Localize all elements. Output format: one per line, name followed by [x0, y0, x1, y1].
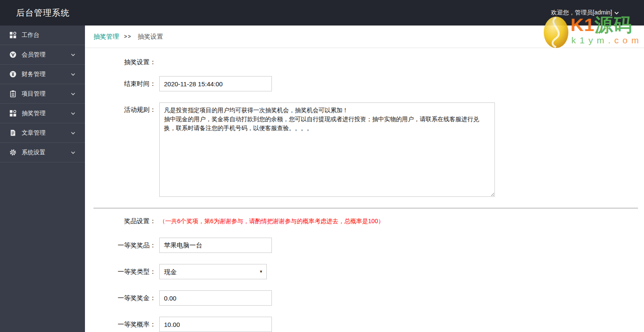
chevron-down-icon — [71, 52, 76, 57]
sidebar-item-label: 会员管理 — [22, 51, 45, 59]
first-prize-type-select[interactable]: 现金 ▼ — [159, 264, 267, 279]
end-time-input[interactable] — [159, 76, 272, 91]
sidebar-item-label: 工作台 — [22, 31, 40, 39]
settings-icon — [9, 149, 17, 156]
breadcrumb-current: 抽奖设置 — [138, 33, 163, 41]
chevron-down-icon — [71, 91, 76, 96]
sidebar-item-settings[interactable]: 系统设置 — [0, 143, 85, 162]
welcome-text: 欢迎您，管理员[admin] — [551, 9, 612, 17]
first-prize-money-input[interactable] — [159, 290, 272, 306]
sidebar-item-members[interactable]: 会员管理 — [0, 45, 85, 65]
rules-label: 活动规则： — [85, 102, 159, 114]
chevron-down-icon — [71, 150, 76, 155]
breadcrumb-separator: >> — [124, 34, 132, 40]
article-icon — [9, 129, 17, 136]
sidebar-item-workbench[interactable]: 工作台 — [0, 26, 85, 45]
project-icon — [9, 90, 17, 97]
sidebar-item-projects[interactable]: 项目管理 — [0, 84, 85, 104]
section-title-lottery-settings: 抽奖设置： — [85, 58, 159, 66]
end-time-label: 结束时间： — [85, 76, 159, 91]
sidebar-nav: 工作台 会员管理 财务管理 — [0, 26, 85, 332]
top-header-bar: 后台管理系统 欢迎您，管理员[admin] — [0, 0, 644, 26]
sidebar-item-finance[interactable]: 财务管理 — [0, 65, 85, 84]
sidebar-item-lottery[interactable]: 抽奖管理 — [0, 104, 85, 123]
sidebar-item-label: 系统设置 — [22, 149, 45, 156]
chevron-down-icon — [71, 131, 76, 136]
chevron-down-icon — [614, 10, 619, 16]
finance-icon — [9, 71, 17, 78]
chevron-down-icon — [71, 111, 76, 116]
first-prize-money-label: 一等奖奖金： — [85, 290, 159, 306]
first-prize-name-input[interactable] — [159, 238, 272, 253]
first-prize-rate-input[interactable] — [159, 317, 272, 332]
first-prize-type-label: 一等奖类型： — [85, 264, 159, 279]
sidebar-item-label: 项目管理 — [22, 90, 45, 98]
breadcrumb-parent-link[interactable]: 抽奖管理 — [93, 33, 119, 41]
sidebar-item-label: 财务管理 — [22, 71, 45, 78]
grid-icon — [9, 31, 17, 39]
main-content: 抽奖管理 >> 抽奖设置 抽奖设置： 结束时间： 活动规则： 凡是投资指定项目的… — [85, 26, 644, 332]
rules-textarea[interactable]: 凡是投资指定项目的用户均可获得一次抽奖机会，抽奖机会可以累加！ 抽中现金的用户，… — [159, 102, 495, 197]
first-prize-rate-label: 一等奖概率： — [85, 317, 159, 332]
member-icon — [9, 51, 17, 58]
section-divider — [93, 208, 638, 209]
lottery-icon — [9, 110, 17, 117]
lottery-settings-form: 抽奖设置： 结束时间： 活动规则： 凡是投资指定项目的用户均可获得一次抽奖机会，… — [85, 48, 644, 332]
chevron-down-icon — [71, 72, 76, 77]
user-menu[interactable]: 欢迎您，管理员[admin] — [551, 0, 619, 26]
app-title: 后台管理系统 — [16, 0, 70, 26]
prize-section-hint: （一共6个奖项，第6为谢谢参与，请酌情把谢谢参与的概率考虑进去，总概率是100） — [159, 216, 384, 226]
breadcrumb: 抽奖管理 >> 抽奖设置 — [85, 26, 644, 48]
sidebar-item-articles[interactable]: 文章管理 — [0, 123, 85, 143]
sidebar-item-label: 文章管理 — [22, 129, 45, 137]
first-prize-name-label: 一等奖奖品： — [85, 238, 159, 253]
sidebar-item-label: 抽奖管理 — [22, 110, 45, 117]
prize-section-label: 奖品设置： — [85, 216, 159, 226]
